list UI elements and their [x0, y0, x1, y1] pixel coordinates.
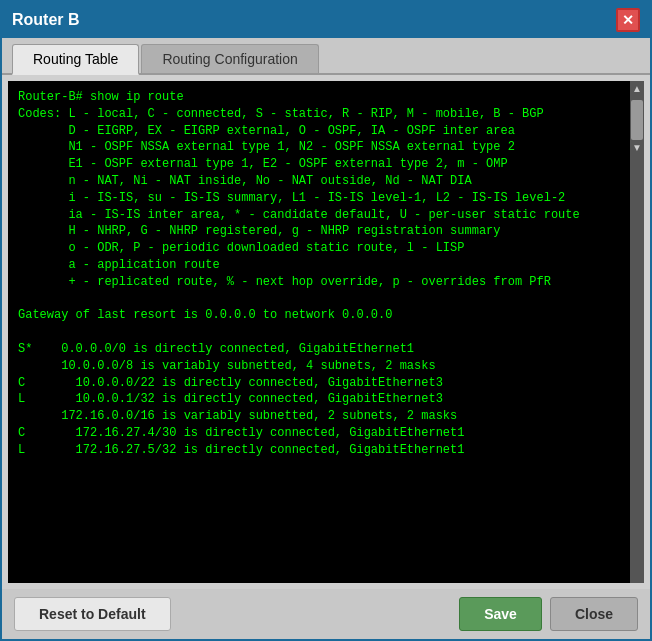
dialog-title: Router B	[12, 11, 80, 29]
tab-routing-table[interactable]: Routing Table	[12, 44, 139, 75]
footer-left: Reset to Default	[14, 597, 171, 631]
title-close-button[interactable]: ✕	[616, 8, 640, 32]
footer-right: Save Close	[459, 597, 638, 631]
scrollbar: ▲ ▼	[630, 81, 644, 583]
dialog-window: Router B ✕ Routing Table Routing Configu…	[0, 0, 652, 641]
save-button[interactable]: Save	[459, 597, 542, 631]
tab-routing-configuration[interactable]: Routing Configuration	[141, 44, 318, 73]
footer: Reset to Default Save Close	[2, 589, 650, 639]
scroll-down-arrow[interactable]: ▼	[630, 140, 644, 155]
scrollbar-thumb[interactable]	[631, 100, 643, 140]
scroll-up-arrow[interactable]: ▲	[630, 81, 644, 96]
content-area: Router-B# show ip route Codes: L - local…	[8, 81, 644, 583]
tab-bar: Routing Table Routing Configuration	[2, 38, 650, 75]
close-button[interactable]: Close	[550, 597, 638, 631]
title-bar: Router B ✕	[2, 2, 650, 38]
reset-button[interactable]: Reset to Default	[14, 597, 171, 631]
terminal-output[interactable]: Router-B# show ip route Codes: L - local…	[8, 81, 630, 583]
